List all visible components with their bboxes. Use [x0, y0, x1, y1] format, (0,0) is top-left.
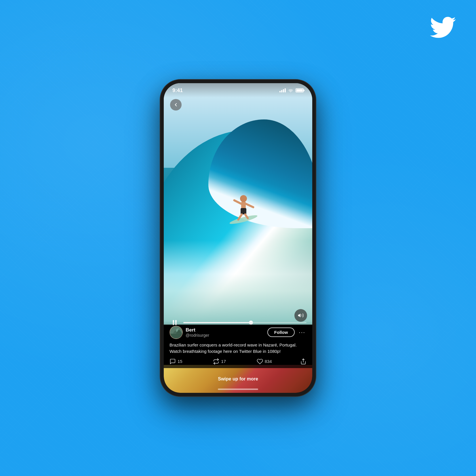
phone-outer: 9:41	[160, 80, 316, 396]
svg-point-4	[240, 195, 247, 202]
status-time: 9:41	[172, 87, 183, 94]
follow-button[interactable]: Follow	[267, 328, 295, 337]
wifi-icon	[288, 88, 293, 93]
phone-screen: 9:41	[164, 83, 312, 393]
comments-count: 15	[178, 359, 182, 364]
video-area	[164, 83, 312, 325]
phone-wrapper: 9:41	[160, 80, 316, 396]
status-bar: 9:41	[164, 83, 312, 98]
status-icons	[279, 88, 304, 93]
user-name[interactable]: Bert	[186, 327, 264, 333]
retweets-count: 17	[221, 359, 226, 364]
more-button[interactable]: ···	[298, 329, 306, 336]
home-indicator	[218, 389, 258, 390]
likes-count: 834	[265, 359, 272, 364]
user-handle: @rodrisurger	[186, 333, 264, 338]
share-button[interactable]	[300, 358, 306, 365]
avatar[interactable]	[170, 326, 183, 339]
twitter-logo	[430, 14, 456, 46]
svg-rect-12	[170, 334, 182, 338]
tweet-overlay: Bert @rodrisurger Follow ··· Brazilian s…	[164, 321, 312, 368]
swipe-up-label: Swipe up for more	[218, 376, 258, 382]
user-info: Bert @rodrisurger	[186, 327, 264, 338]
battery-icon	[296, 88, 304, 92]
tweet-actions: 15 17	[170, 358, 306, 365]
back-button[interactable]	[170, 99, 182, 111]
tweet-text: Brazilian surfer conquers a world-record…	[170, 342, 306, 355]
svg-point-0	[229, 214, 258, 225]
like-button[interactable]: 834	[257, 358, 300, 365]
svg-line-5	[234, 200, 241, 204]
svg-line-6	[246, 204, 253, 207]
tweet-header: Bert @rodrisurger Follow ···	[170, 326, 306, 339]
retweet-button[interactable]: 17	[213, 358, 256, 365]
signal-icon	[279, 88, 286, 92]
comment-button[interactable]: 15	[170, 358, 213, 365]
surfer-image	[226, 175, 261, 227]
